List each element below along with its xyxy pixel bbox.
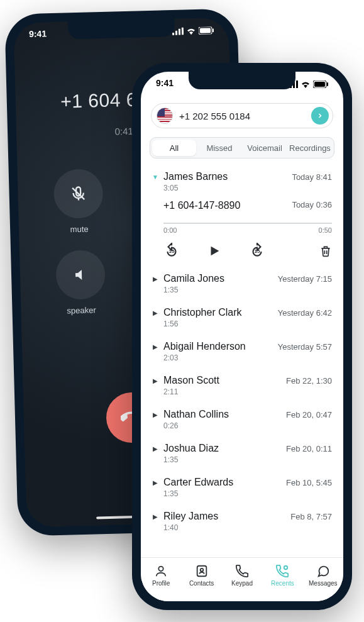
- forward-15-button[interactable]: 15: [249, 243, 265, 259]
- selected-number: +1 202 555 0184: [179, 111, 250, 121]
- list-item[interactable]: ▶Carter Edwards1:35Feb 10, 5:45: [152, 470, 332, 504]
- row-duration: 2:11: [163, 387, 281, 396]
- row-duration: 2:03: [163, 353, 273, 362]
- speaker-icon: [55, 250, 106, 300]
- chevron-right-icon: [311, 107, 329, 125]
- row-time: Feb 20, 0:11: [286, 444, 332, 453]
- seg-voicemail[interactable]: Voicemail: [243, 140, 287, 156]
- svg-rect-0: [172, 33, 174, 35]
- row-name: Nathan Collins: [163, 409, 281, 420]
- row-duration: 1:35: [163, 286, 273, 294]
- notch: [189, 72, 295, 89]
- list-item[interactable]: ▶Christopher Clark1:56Yesterday 6:42: [152, 301, 332, 335]
- status-time: 9:41: [156, 78, 174, 91]
- tab-keypad[interactable]: Keypad: [222, 558, 262, 592]
- svg-point-26: [159, 566, 163, 570]
- player-track[interactable]: [163, 223, 332, 224]
- svg-rect-6: [212, 28, 214, 32]
- list-item[interactable]: ▶Riley James1:40Feb 8, 7:57: [152, 504, 332, 538]
- disclosure-icon: ▼: [152, 174, 158, 180]
- row-time: Yesterday 5:57: [278, 342, 332, 352]
- player-pos: 0:00: [163, 226, 177, 234]
- disclosure-icon: ▶: [152, 275, 158, 282]
- tab-messages[interactable]: Messages: [303, 558, 343, 592]
- svg-point-29: [284, 565, 288, 569]
- row-time: Feb 10, 5:45: [286, 478, 332, 487]
- profile-icon: [154, 564, 168, 578]
- front-phone: 9:41 +1 202 555 0184 All Miss: [132, 63, 352, 610]
- row-duration: 1:56: [163, 319, 273, 328]
- svg-rect-22: [296, 81, 298, 88]
- wifi-icon: [301, 81, 311, 88]
- row-duration: 3:05: [163, 184, 287, 192]
- svg-point-28: [200, 568, 203, 571]
- list-item[interactable]: ▶Abigail Henderson2:03Yesterday 5:57: [152, 335, 332, 369]
- battery-icon: [313, 81, 328, 88]
- row-name: Riley James: [163, 511, 285, 522]
- disclosure-icon: ▶: [152, 445, 158, 452]
- disclosure-icon: ▶: [152, 343, 158, 350]
- svg-rect-5: [200, 28, 211, 33]
- row-time: Yesterday 6:42: [278, 308, 332, 318]
- player-total: 0:50: [319, 226, 332, 234]
- row-name: James Barnes: [163, 171, 287, 182]
- seg-missed[interactable]: Missed: [197, 140, 241, 156]
- speaker-button[interactable]: speaker: [55, 250, 106, 316]
- flag-us-icon: [157, 108, 173, 124]
- delete-button[interactable]: [319, 244, 332, 258]
- row-duration: 1:40: [163, 523, 285, 532]
- row-name: Camila Jones: [163, 273, 273, 284]
- seg-all[interactable]: All: [152, 140, 196, 156]
- disclosure-icon: ▶: [152, 479, 158, 486]
- number-selector[interactable]: +1 202 555 0184: [151, 103, 333, 128]
- svg-rect-2: [179, 29, 180, 35]
- recents-icon: [275, 564, 289, 578]
- segmented-control: All Missed Voicemail Recordings: [150, 137, 334, 158]
- seg-recordings[interactable]: Recordings: [288, 140, 332, 156]
- recordings-list[interactable]: ▼James Barnes3:05Today 8:41Today 0:36+1 …: [141, 165, 343, 600]
- player-timestamp: Today 0:36: [292, 200, 332, 209]
- list-item[interactable]: ▶Mason Scott2:11Feb 22, 1:30: [152, 369, 332, 403]
- list-item[interactable]: ▶Nathan Collins0:26Feb 20, 0:47: [152, 403, 332, 436]
- list-item[interactable]: ▼James Barnes3:05Today 8:41: [152, 165, 332, 199]
- row-time: Today 8:41: [292, 172, 332, 182]
- row-duration: 1:35: [163, 489, 281, 498]
- row-time: Feb 22, 1:30: [286, 376, 332, 386]
- tab-bar: Profile Contacts Keypad Recents: [141, 557, 343, 601]
- row-name: Carter Edwards: [163, 477, 281, 488]
- disclosure-icon: ▶: [152, 377, 158, 384]
- tab-contacts[interactable]: Contacts: [181, 558, 221, 592]
- keypad-icon: [235, 564, 249, 578]
- row-name: Mason Scott: [163, 375, 281, 386]
- disclosure-icon: ▶: [152, 309, 158, 316]
- battery-icon: [199, 26, 214, 35]
- row-time: Yesterday 7:15: [278, 274, 332, 284]
- svg-rect-3: [182, 28, 184, 35]
- tab-profile[interactable]: Profile: [141, 558, 181, 592]
- svg-rect-1: [175, 31, 177, 35]
- svg-rect-24: [314, 82, 325, 87]
- list-item[interactable]: ▶Camila Jones1:35Yesterday 7:15: [152, 267, 332, 301]
- rewind-15-button[interactable]: 15: [163, 243, 180, 259]
- row-name: Joshua Diaz: [163, 443, 281, 454]
- tab-recents[interactable]: Recents: [262, 558, 302, 592]
- row-duration: 1:35: [163, 455, 281, 464]
- messages-icon: [316, 564, 330, 578]
- mute-icon: [53, 169, 104, 219]
- contacts-icon: [195, 564, 209, 578]
- row-duration: 0:26: [163, 421, 281, 430]
- disclosure-icon: ▶: [152, 411, 158, 418]
- wifi-icon: [186, 27, 196, 35]
- mute-button[interactable]: mute: [53, 169, 104, 235]
- play-button[interactable]: [207, 244, 221, 258]
- disclosure-icon: ▶: [152, 513, 158, 520]
- row-time: Feb 20, 0:47: [286, 410, 332, 419]
- status-time: 9:41: [29, 28, 47, 42]
- notch: [68, 19, 175, 39]
- status-icons: [172, 24, 214, 38]
- svg-rect-25: [327, 82, 328, 86]
- audio-player: Today 0:36+1 604-147-88900:000:501515: [163, 200, 332, 259]
- list-item[interactable]: ▶Joshua Diaz1:35Feb 20, 0:11: [152, 436, 332, 470]
- row-name: Abigail Henderson: [163, 341, 273, 352]
- row-name: Christopher Clark: [163, 307, 273, 318]
